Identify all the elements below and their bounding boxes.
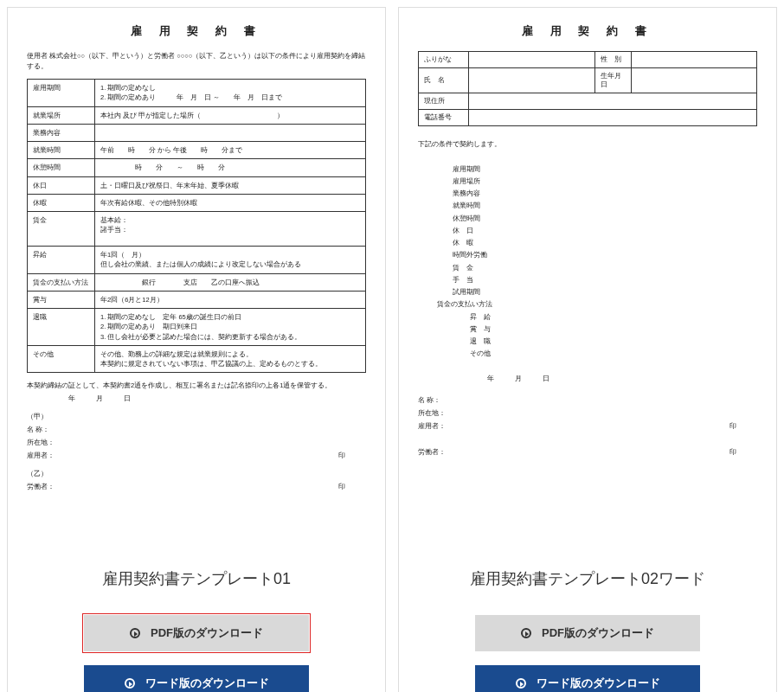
doc1-signature-a: （甲） 名 称： 所在地： 雇用者：印 — [27, 410, 366, 462]
term-item: 賃金の支払い方法 — [437, 298, 757, 311]
row-label: 賃金の支払い方法 — [28, 273, 95, 291]
row-value: 1. 期間の定めなし 定年 65歳の誕生日の前日 2. 期間の定めあり 期日到来… — [95, 309, 366, 346]
row-value — [95, 124, 366, 141]
term-item: 雇用場所 — [453, 176, 757, 188]
term-item: 昇 給 — [470, 311, 757, 324]
row-label: 雇用期間 — [28, 80, 95, 107]
button-label: PDF版のダウンロード — [542, 625, 654, 641]
row-label: 退職 — [28, 309, 95, 346]
row-label: 就業場所 — [28, 106, 95, 124]
hcell: 氏 名 — [419, 68, 469, 93]
hcell-empty — [469, 68, 595, 93]
row-label: 昇給 — [28, 247, 95, 274]
row-label: 業務内容 — [28, 124, 95, 141]
hcell: 現住所 — [419, 93, 469, 110]
sig-line: 労働者：印 — [418, 445, 757, 458]
template-label: 雇用契約書テンプレート01 — [16, 568, 376, 589]
sig-line: 所在地： — [27, 436, 366, 449]
term-item: その他 — [470, 348, 757, 360]
term-item: 業務内容 — [453, 188, 757, 200]
term-item: 手 当 — [453, 274, 757, 286]
sig-line: 所在地： — [418, 407, 757, 420]
doc2-terms: 下記の条件で契約します。 雇用期間 雇用場所 業務内容 就業時間 休憩時間 休 … — [418, 138, 757, 385]
button-label: PDF版のダウンロード — [151, 625, 263, 641]
hcell: 性 別 — [594, 52, 631, 68]
arrow-icon — [125, 678, 135, 689]
sig-head: （甲） — [27, 410, 366, 423]
row-value: 基本給： 諸手当： — [95, 212, 366, 247]
download-pdf-button[interactable]: PDF版のダウンロード — [475, 615, 700, 651]
hcell: 電話番号 — [419, 110, 469, 126]
doc1-intro: 使用者 株式会社○○（以下、甲という）と労働者 ○○○○（以下、乙という）は以下… — [27, 51, 366, 72]
term-item: 休 暇 — [453, 237, 757, 249]
term-item: 賞 与 — [470, 324, 757, 336]
download-word-button[interactable]: ワード版のダウンロード — [84, 665, 309, 692]
arrow-icon — [521, 628, 531, 638]
row-value: 銀行 支店 乙の口座へ振込 — [95, 273, 366, 291]
doc1-closing: 本契約締結の証として、本契約書2通を作成し、相互に署名または記名捺印の上各1通を… — [27, 380, 366, 405]
hcell-empty — [469, 52, 595, 68]
row-label: 休暇 — [28, 194, 95, 211]
hcell-empty — [631, 52, 757, 68]
card-footer-2: 雇用契約書テンプレート02ワード PDF版のダウンロード ワード版のダウンロード — [399, 527, 776, 692]
sig-line: 名 称： — [27, 423, 366, 436]
hcell-empty — [469, 110, 757, 126]
term-item: 時間外労働 — [453, 249, 757, 261]
terms-lead: 下記の条件で契約します。 — [418, 138, 757, 151]
row-value: 1. 期間の定めなし 2. 期間の定めあり 年 月 日 ～ 年 月 日まで — [95, 80, 366, 107]
stamp-mark: 印 — [729, 420, 736, 432]
row-label: その他 — [28, 345, 95, 373]
hcell: ふりがな — [419, 52, 469, 68]
download-word-button[interactable]: ワード版のダウンロード — [475, 665, 700, 692]
sig-head: （乙） — [27, 467, 366, 480]
term-item: 試用期間 — [453, 286, 757, 298]
term-item: 賃 金 — [453, 262, 757, 274]
hcell-empty — [469, 93, 757, 110]
doc1-title: 雇 用 契 約 書 — [27, 23, 366, 39]
row-value: 時 分 ～ 時 分 — [95, 159, 366, 176]
row-value: その他、勤務上の詳細な規定は就業規則による。 本契約に規定されていない事項は、甲… — [95, 345, 366, 373]
term-item: 退 職 — [470, 336, 757, 348]
hcell-empty — [631, 68, 757, 93]
row-value: 午前 時 分 から 午後 時 分まで — [95, 142, 366, 159]
template-card-1: 雇 用 契 約 書 使用者 株式会社○○（以下、甲という）と労働者 ○○○○（以… — [7, 7, 386, 692]
row-label: 就業時間 — [28, 142, 95, 159]
stamp-mark: 印 — [338, 449, 345, 462]
row-label: 賞与 — [28, 291, 95, 308]
term-item: 就業時間 — [453, 200, 757, 212]
button-label: ワード版のダウンロード — [537, 676, 660, 691]
doc2-header-table: ふりがな 性 別 氏 名 生年月日 現住所 電話番号 — [418, 51, 757, 126]
arrow-icon — [516, 678, 526, 689]
term-item: 雇用期間 — [453, 163, 757, 176]
doc1-table: 雇用期間1. 期間の定めなし 2. 期間の定めあり 年 月 日 ～ 年 月 日ま… — [27, 79, 366, 373]
document-preview-2: 雇 用 契 約 書 ふりがな 性 別 氏 名 生年月日 現住所 — [399, 8, 776, 527]
arrow-icon — [130, 628, 140, 638]
button-label: ワード版のダウンロード — [145, 676, 269, 691]
stamp-mark: 印 — [338, 480, 345, 493]
card-footer-1: 雇用契約書テンプレート01 PDF版のダウンロード ワード版のダウンロード — [8, 527, 385, 692]
doc2-title: 雇 用 契 約 書 — [418, 23, 757, 39]
template-label: 雇用契約書テンプレート02ワード — [408, 568, 768, 589]
document-preview-1: 雇 用 契 約 書 使用者 株式会社○○（以下、甲という）と労働者 ○○○○（以… — [8, 8, 385, 527]
row-value: 土・日曜日及び祝祭日、年末年始、夏季休暇 — [95, 176, 366, 194]
row-value: 年1回（ 月） 但し会社の業績、または個人の成績により改定しない場合がある — [95, 247, 366, 274]
row-label: 休憩時間 — [28, 159, 95, 176]
sig-line: 名 称： — [418, 394, 757, 407]
term-item: 休憩時間 — [453, 213, 757, 225]
doc2-date: 年 月 日 — [453, 373, 757, 385]
download-pdf-button[interactable]: PDF版のダウンロード — [84, 615, 309, 651]
row-value: 年次有給休暇、その他特別休暇 — [95, 194, 366, 211]
row-label: 休日 — [28, 176, 95, 194]
term-item: 休 日 — [453, 225, 757, 237]
doc2-signature: 名 称： 所在地： 雇用者：印 労働者：印 — [418, 394, 757, 458]
hcell: 生年月日 — [594, 68, 631, 93]
doc1-signature-b: （乙） 労働者：印 — [27, 467, 366, 493]
row-value: 年2回（6月と12月） — [95, 291, 366, 308]
sig-line: 雇用者：印 — [418, 420, 757, 432]
row-label: 賃金 — [28, 212, 95, 247]
sig-line: 雇用者：印 — [27, 449, 366, 462]
sig-line: 労働者：印 — [27, 480, 366, 493]
row-value: 本社内 及び 甲が指定した場所（ ） — [95, 106, 366, 124]
stamp-mark: 印 — [729, 445, 736, 458]
template-card-2: 雇 用 契 約 書 ふりがな 性 別 氏 名 生年月日 現住所 — [398, 7, 777, 692]
